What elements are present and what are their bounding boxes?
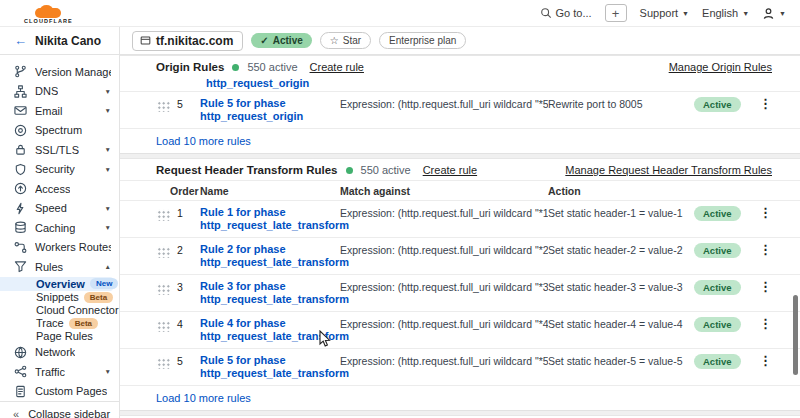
rule-name-link[interactable]: Rule 2 for phasehttp_request_late_transf… xyxy=(200,243,332,269)
sidebar-item-label: Version Management xyxy=(35,66,111,78)
chevron-down-icon: ▼ xyxy=(105,146,111,153)
custom-pages-icon xyxy=(13,384,27,398)
sidebar-item-label: Spectrum xyxy=(35,124,82,136)
chevron-down-icon: ▼ xyxy=(105,224,111,231)
sidebar-item-traffic[interactable]: Traffic▼ xyxy=(0,362,119,382)
sidebar-item-access[interactable]: Access xyxy=(0,179,119,199)
cloudflare-cloud-icon xyxy=(31,5,65,18)
goto-label: Go to... xyxy=(556,7,592,19)
sidebar-item-caching[interactable]: Caching▼ xyxy=(0,218,119,238)
rule-match-expression: Expression: (http.request.full_uri wildc… xyxy=(340,97,548,110)
sidebar-subitem-overview[interactable]: OverviewNew xyxy=(0,277,113,291)
kebab-menu-icon[interactable]: ⋮ xyxy=(750,243,772,257)
check-icon: ✓ xyxy=(260,35,268,46)
sidebar-item-label: Traffic xyxy=(35,366,65,378)
manage-request-header-transform-rules-link[interactable]: Manage Request Header Transform Rules xyxy=(565,164,772,176)
kebab-menu-icon[interactable]: ⋮ xyxy=(750,206,772,220)
language-menu[interactable]: English ▼ xyxy=(702,7,749,19)
sidebar-item-network[interactable]: Network xyxy=(0,343,119,363)
rule-name-link[interactable]: Rule 4 for phasehttp_request_late_transf… xyxy=(200,317,332,343)
sidebar-item-spectrum[interactable]: Spectrum xyxy=(0,121,119,141)
sidebar-item-custom-pages[interactable]: Custom Pages xyxy=(0,382,119,402)
drag-handle-icon[interactable] xyxy=(156,246,170,258)
kebab-menu-icon[interactable]: ⋮ xyxy=(750,97,772,111)
goto-search[interactable]: Go to... xyxy=(540,7,592,19)
zone-selector[interactable]: tf.nikitac.com xyxy=(132,31,243,51)
star-button[interactable]: ☆Star xyxy=(320,32,371,49)
rule-name-link[interactable]: Rule 1 for phasehttp_request_late_transf… xyxy=(200,206,332,232)
chevron-down-icon: ▼ xyxy=(779,10,786,17)
back-arrow-icon[interactable]: ← xyxy=(14,33,27,48)
rule-order: 1 xyxy=(170,206,200,219)
rule-action: Set static header-1 = value-1 xyxy=(548,206,694,219)
sidebar-item-speed[interactable]: Speed▼ xyxy=(0,199,119,219)
table-row: 1 Rule 1 for phasehttp_request_late_tran… xyxy=(120,200,800,237)
status-badge: Active xyxy=(694,317,741,332)
sidebar-item-rules[interactable]: Rules▲ xyxy=(0,257,119,277)
account-menu[interactable]: ▼ xyxy=(762,7,786,20)
sidebar-item-label: Security xyxy=(35,163,75,175)
beta-badge: Beta xyxy=(69,318,98,329)
table-row: 5 Rule 5 for phasehttp_request_late_tran… xyxy=(120,348,800,385)
load-more-rules-link[interactable]: Load 10 more rules xyxy=(120,128,800,153)
vertical-scrollbar[interactable] xyxy=(793,295,798,375)
sidebar-subitem-trace[interactable]: TraceBeta xyxy=(0,317,119,330)
sidebar-item-label: Rules xyxy=(35,261,63,273)
rule-name-link[interactable]: http_request_origin xyxy=(206,77,772,90)
chevron-up-icon: ▲ xyxy=(105,263,111,270)
rule-name-link[interactable]: Rule 5 for phasehttp_request_origin xyxy=(200,97,332,123)
rule-action: Set static header-5 = value-5 xyxy=(548,354,694,367)
support-menu[interactable]: Support ▼ xyxy=(640,7,689,19)
load-more-rules-link[interactable]: Load 10 more rules xyxy=(120,385,800,410)
chevron-down-icon: ▼ xyxy=(105,107,111,114)
request-header-transform-rules-section: Request Header Transform Rules 550 activ… xyxy=(120,158,800,410)
sidebar-subitem-cloud-connector[interactable]: Cloud ConnectorBeta xyxy=(0,304,119,317)
sidebar-subitem-snippets[interactable]: SnippetsBeta xyxy=(0,291,119,304)
table-row: 2 Rule 2 for phasehttp_request_late_tran… xyxy=(120,237,800,274)
table-row: 5 Rule 5 for phasehttp_request_origin Ex… xyxy=(120,91,800,128)
drag-handle-icon[interactable] xyxy=(156,209,170,221)
manage-origin-rules-link[interactable]: Manage Origin Rules xyxy=(669,61,772,73)
spectrum-icon xyxy=(13,123,27,137)
kebab-menu-icon[interactable]: ⋮ xyxy=(750,354,772,368)
new-badge: New xyxy=(90,278,118,289)
status-badge: Active xyxy=(694,354,741,369)
sidebar-item-label: Workers Routes xyxy=(35,241,111,253)
create-rule-link[interactable]: Create rule xyxy=(423,164,477,176)
collapse-sidebar-button[interactable]: «Collapse sidebar xyxy=(0,401,119,418)
sidebar-subitem-page-rules[interactable]: Page Rules xyxy=(0,330,119,343)
add-site-button[interactable]: + xyxy=(605,4,627,22)
status-badge: Active xyxy=(694,97,741,112)
sidebar-subitem-label: Trace xyxy=(36,317,64,329)
sidebar-item-workers-routes[interactable]: Workers Routes xyxy=(0,238,119,258)
sidebar-item-email[interactable]: Email▼ xyxy=(0,101,119,121)
sidebar-item-label: Email xyxy=(35,105,63,117)
network-icon xyxy=(13,345,27,359)
sidebar-item-security[interactable]: Security▼ xyxy=(0,160,119,180)
create-rule-link[interactable]: Create rule xyxy=(310,61,364,73)
rule-name-link[interactable]: Rule 3 for phasehttp_request_late_transf… xyxy=(200,280,332,306)
traffic-icon xyxy=(13,365,27,379)
sidebar-subitem-label: Cloud Connector xyxy=(36,304,119,316)
active-count: 550 active xyxy=(247,61,297,73)
drag-handle-icon[interactable] xyxy=(156,320,170,332)
rule-action: Rewrite port to 8005 xyxy=(548,97,694,110)
active-dot-icon xyxy=(232,64,239,71)
kebab-menu-icon[interactable]: ⋮ xyxy=(750,317,772,331)
rule-name-link[interactable]: Rule 5 for phasehttp_request_late_transf… xyxy=(200,354,332,380)
drag-handle-icon[interactable] xyxy=(156,283,170,295)
drag-handle-icon[interactable] xyxy=(156,100,170,112)
search-icon xyxy=(540,7,552,19)
sidebar-item-version-management[interactable]: Version Management xyxy=(0,62,119,82)
rule-match-expression: Expression: (http.request.full_uri wildc… xyxy=(340,280,548,293)
drag-handle-icon[interactable] xyxy=(156,357,170,369)
sidebar-item-label: Speed xyxy=(35,202,67,214)
sidebar-item-dns[interactable]: DNS▼ xyxy=(0,82,119,102)
table-column-header: Order Name Match against Action xyxy=(120,180,800,200)
status-badge: Active xyxy=(694,206,741,221)
column-order: Order xyxy=(170,185,200,197)
sidebar-item-ssl-tls[interactable]: SSL/TLS▼ xyxy=(0,140,119,160)
kebab-menu-icon[interactable]: ⋮ xyxy=(750,280,772,294)
cloudflare-logo[interactable]: CLOUDFLARE xyxy=(24,5,73,25)
rule-match-expression: Expression: (http.request.full_uri wildc… xyxy=(340,243,548,256)
